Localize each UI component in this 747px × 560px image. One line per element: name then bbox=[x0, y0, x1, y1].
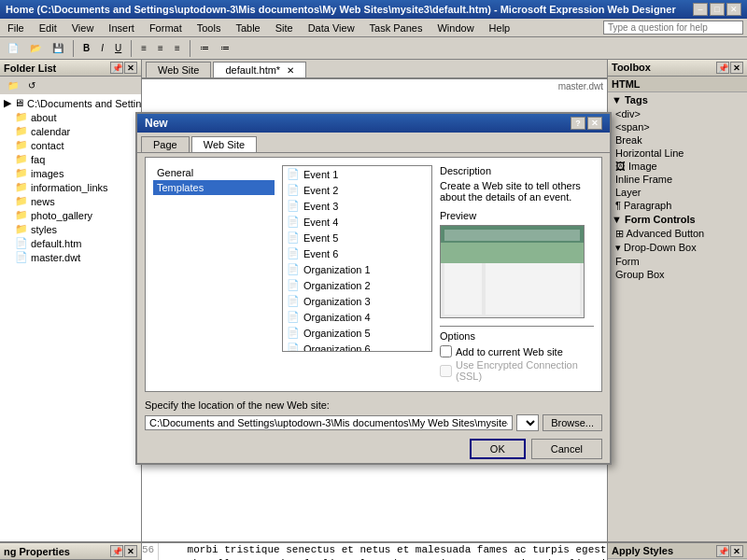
category-templates[interactable]: Templates bbox=[153, 180, 275, 195]
template-icon: 📄 bbox=[287, 168, 300, 180]
options-section: Options Add to current Web site Use Encr… bbox=[440, 326, 594, 382]
template-icon: 📄 bbox=[287, 343, 300, 352]
template-icon: 📄 bbox=[287, 295, 300, 307]
add-to-site-checkbox[interactable] bbox=[440, 345, 452, 357]
template-event4[interactable]: 📄 Event 4 bbox=[283, 214, 431, 230]
template-event6[interactable]: 📄 Event 6 bbox=[283, 245, 431, 261]
modal-categories: General Templates bbox=[153, 165, 275, 384]
template-icon: 📄 bbox=[287, 327, 300, 339]
preview-sidebar bbox=[444, 263, 482, 315]
modal-tab-website[interactable]: Web Site bbox=[191, 136, 257, 152]
modal-body: General Templates 📄 Event 1 bbox=[145, 157, 602, 392]
location-row: Specify the location of the new Web site… bbox=[145, 399, 602, 411]
template-preview bbox=[440, 225, 585, 318]
modal-footer: OK Cancel bbox=[137, 435, 610, 463]
template-org5[interactable]: 📄 Organization 5 bbox=[283, 325, 431, 341]
modal-content: General Templates 📄 Event 1 bbox=[153, 165, 594, 384]
category-general[interactable]: General bbox=[153, 165, 275, 180]
options-label: Options bbox=[440, 326, 594, 342]
location-label: Specify the location of the new Web site… bbox=[145, 399, 330, 411]
preview-content bbox=[486, 263, 580, 315]
template-icon: 📄 bbox=[287, 200, 300, 212]
template-icon: 📄 bbox=[287, 263, 300, 275]
modal-template-list-container: 📄 Event 1 📄 Event 2 📄 Event 3 bbox=[282, 165, 432, 384]
add-to-site-label: Add to current Web site bbox=[456, 346, 563, 357]
template-org3[interactable]: 📄 Organization 3 bbox=[283, 293, 431, 309]
checkbox-ssl: Use Encrypted Connection (SSL) bbox=[440, 359, 594, 382]
template-org1[interactable]: 📄 Organization 1 bbox=[283, 261, 431, 277]
ssl-checkbox[interactable] bbox=[440, 365, 452, 377]
description-label: Description bbox=[440, 165, 594, 176]
new-dialog: New ? ✕ Page Web Site General bbox=[135, 112, 612, 465]
template-event5[interactable]: 📄 Event 5 bbox=[283, 230, 431, 245]
template-org2[interactable]: 📄 Organization 2 bbox=[283, 277, 431, 293]
modal-template-list[interactable]: 📄 Event 1 📄 Event 2 📄 Event 3 bbox=[282, 165, 432, 352]
description-text: Create a Web site to tell others about t… bbox=[440, 180, 594, 203]
modal-description-area: Description Create a Web site to tell ot… bbox=[440, 165, 594, 384]
modal-tab-page[interactable]: Page bbox=[141, 136, 190, 152]
modal-title-text: New bbox=[145, 117, 168, 130]
template-icon: 📄 bbox=[287, 216, 300, 228]
template-event2[interactable]: 📄 Event 2 bbox=[283, 182, 431, 198]
template-icon: 📄 bbox=[287, 184, 300, 196]
browse-button[interactable]: Browse... bbox=[543, 414, 602, 431]
preview-header-bar bbox=[444, 230, 580, 241]
modal-tabs: Page Web Site bbox=[137, 133, 610, 152]
modal-title-bar: New ? ✕ bbox=[137, 114, 610, 133]
template-event1[interactable]: 📄 Event 1 bbox=[283, 166, 431, 182]
modal-help-button[interactable]: ? bbox=[571, 117, 585, 130]
preview-label: Preview bbox=[440, 210, 594, 221]
modal-title-buttons: ? ✕ bbox=[571, 117, 602, 130]
template-org6[interactable]: 📄 Organization 6 bbox=[283, 341, 431, 352]
modal-overlay: New ? ✕ Page Web Site General bbox=[0, 0, 747, 560]
location-input[interactable] bbox=[145, 415, 513, 430]
template-icon: 📄 bbox=[287, 279, 300, 291]
template-event3[interactable]: 📄 Event 3 bbox=[283, 198, 431, 214]
ok-button[interactable]: OK bbox=[470, 439, 526, 459]
modal-close-button[interactable]: ✕ bbox=[587, 117, 602, 130]
template-icon: 📄 bbox=[287, 311, 300, 323]
cancel-button[interactable]: Cancel bbox=[531, 439, 602, 459]
ssl-label: Use Encrypted Connection (SSL) bbox=[456, 359, 594, 382]
preview-image bbox=[441, 226, 584, 317]
template-icon: 📄 bbox=[287, 247, 300, 259]
template-org4[interactable]: 📄 Organization 4 bbox=[283, 309, 431, 325]
location-dropdown[interactable] bbox=[516, 414, 539, 431]
template-icon: 📄 bbox=[287, 231, 300, 244]
checkbox-add-to-site: Add to current Web site bbox=[440, 345, 594, 357]
